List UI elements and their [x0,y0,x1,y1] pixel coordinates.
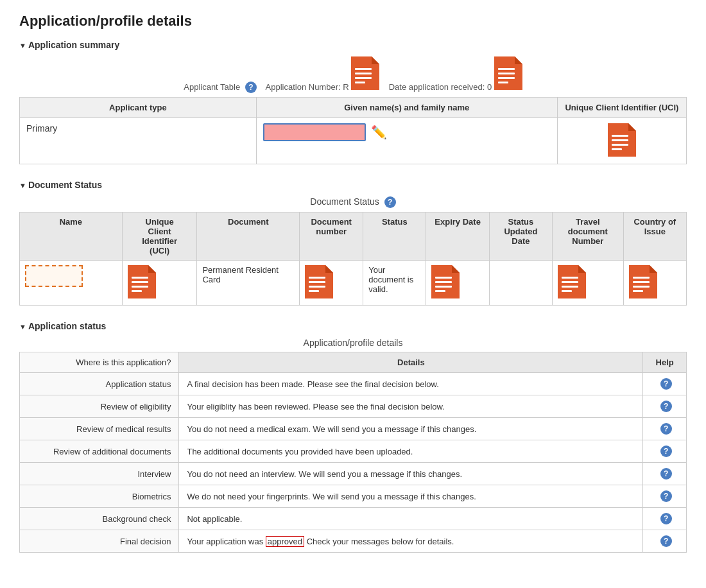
status-help-final-decision[interactable]: ? [643,530,687,553]
status-row-background: Background check Not applicable. ? [20,508,687,530]
app-status-title: Application/profile details [19,338,687,348]
doc-uci-cell [122,261,197,306]
status-row-additional-docs: Review of additional documents The addit… [20,440,687,463]
doc-docnum-redacted-icon [305,265,333,298]
svg-rect-5 [355,82,365,83]
status-details-final-decision: Your application was approved Check your… [179,530,643,553]
final-decision-prefix: Your application was [187,537,265,546]
status-where-additional-docs: Review of additional documents [20,440,179,463]
applicant-name-cell: ✏️ [256,118,557,164]
application-status-section: Application status Application/profile d… [19,321,687,553]
svg-rect-38 [562,277,578,279]
status-help-additional-docs[interactable]: ? [643,440,687,463]
status-details-biometrics: We do not need your fingerprints. We wil… [179,485,643,508]
status-help-medical[interactable]: ? [643,418,687,440]
svg-rect-23 [132,290,142,292]
svg-rect-4 [355,77,372,79]
doc-docnum-cell [300,261,363,306]
date-received-label: Date application received: 0 [389,82,492,92]
doc-col-docnum: Documentnumber [300,212,363,261]
col-header-applicant-type: Applicant type [20,98,257,118]
status-where-biometrics: Biometrics [20,485,179,508]
doc-expiry-redacted-icon [431,265,460,298]
svg-marker-1 [372,56,379,64]
svg-marker-25 [325,265,333,273]
application-summary-header[interactable]: Application summary [19,40,687,50]
svg-rect-41 [562,290,572,292]
status-help-background[interactable]: ? [643,508,687,530]
svg-rect-20 [132,277,148,279]
status-col-where: Where is this application? [20,352,179,373]
application-status-header[interactable]: Application status [19,321,687,331]
help-icon-4[interactable]: ? [660,468,672,480]
doc-expiry-cell [426,261,489,306]
doc-status-title: Document Status ? [19,196,687,208]
svg-rect-11 [498,82,508,83]
svg-marker-37 [578,265,586,273]
status-details-interview: You do not need an interview. We will se… [179,463,643,485]
pencil-icon[interactable]: ✏️ [371,125,387,140]
doc-name-placeholder [25,265,83,287]
help-icon-0[interactable]: ? [660,378,672,390]
svg-rect-34 [435,286,452,288]
approved-badge: approved [266,536,304,547]
svg-rect-47 [633,290,643,292]
svg-rect-14 [612,135,628,137]
svg-rect-28 [309,286,325,288]
svg-marker-19 [148,265,156,273]
doc-col-country: Country ofIssue [623,212,686,261]
help-icon-7[interactable]: ? [660,535,672,547]
svg-marker-43 [650,265,657,273]
status-row-eligibility: Review of eligibility Your eligiblity ha… [20,395,687,418]
svg-rect-46 [633,286,650,288]
status-where-medical: Review of medical results [20,418,179,440]
doc-status-help-icon[interactable]: ? [384,196,396,208]
doc-col-name: Name [20,212,123,261]
help-icon-3[interactable]: ? [660,445,672,457]
help-icon-6[interactable]: ? [660,513,672,524]
application-status-table: Where is this application? Details Help … [19,352,687,553]
status-where-interview: Interview [20,463,179,485]
page-title: Application/profile details [19,13,687,30]
applicant-type-cell: Primary [20,118,257,164]
applicant-uci-redacted-icon [608,123,636,157]
document-row: Permanent Resident Card Your documen [20,261,687,306]
summary-meta: Applicant Table ? Application Number: R … [19,56,687,93]
svg-rect-16 [612,144,628,146]
svg-rect-10 [498,77,515,79]
help-icon-2[interactable]: ? [660,423,672,435]
col-header-given-name: Given name(s) and family name [256,98,557,118]
status-details-background: Not applicable. [179,508,643,530]
status-row-final-decision: Final decision Your application was appr… [20,530,687,553]
help-icon-1[interactable]: ? [660,401,672,412]
status-help-application-status[interactable]: ? [643,373,687,395]
doc-status-cell: Your document is valid. [363,261,426,306]
date-received-redacted-icon [494,56,522,90]
doc-document-cell: Permanent Resident Card [197,261,300,306]
doc-col-document: Document [197,212,300,261]
applicant-table-help-icon[interactable]: ? [245,82,257,93]
doc-uci-redacted-icon [128,265,156,298]
doc-country-redacted-icon [629,265,657,298]
col-header-uci: Unique Client Identifier (UCI) [557,98,686,118]
document-status-header[interactable]: Document Status [19,180,687,190]
status-help-eligibility[interactable]: ? [643,395,687,418]
status-details-application-status: A final decision has been made. Please s… [179,373,643,395]
status-col-details: Details [179,352,643,373]
svg-rect-44 [633,277,650,279]
help-icon-5[interactable]: ? [660,490,672,502]
status-details-medical: You do not need a medical exam. We will … [179,418,643,440]
document-status-section: Document Status Document Status ? Name U… [19,180,687,306]
svg-marker-13 [628,123,636,131]
svg-rect-45 [633,281,650,283]
status-help-interview[interactable]: ? [643,463,687,485]
status-where-application-status: Application status [20,373,179,395]
status-help-biometrics[interactable]: ? [643,485,687,508]
svg-rect-27 [309,281,325,283]
status-row-application-status: Application status A final decision has … [20,373,687,395]
svg-rect-39 [562,281,578,283]
status-details-eligibility: Your eligiblity has been reviewed. Pleas… [179,395,643,418]
name-input-box[interactable] [263,123,366,141]
doc-col-status-updated: StatusUpdatedDate [489,212,552,261]
svg-rect-40 [562,286,578,288]
